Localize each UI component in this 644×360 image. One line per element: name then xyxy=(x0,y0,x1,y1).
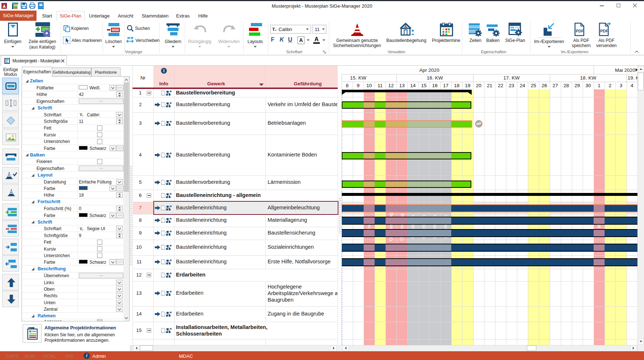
svg-text:PDF: PDF xyxy=(600,29,608,33)
svg-text:PDF: PDF xyxy=(576,29,584,33)
